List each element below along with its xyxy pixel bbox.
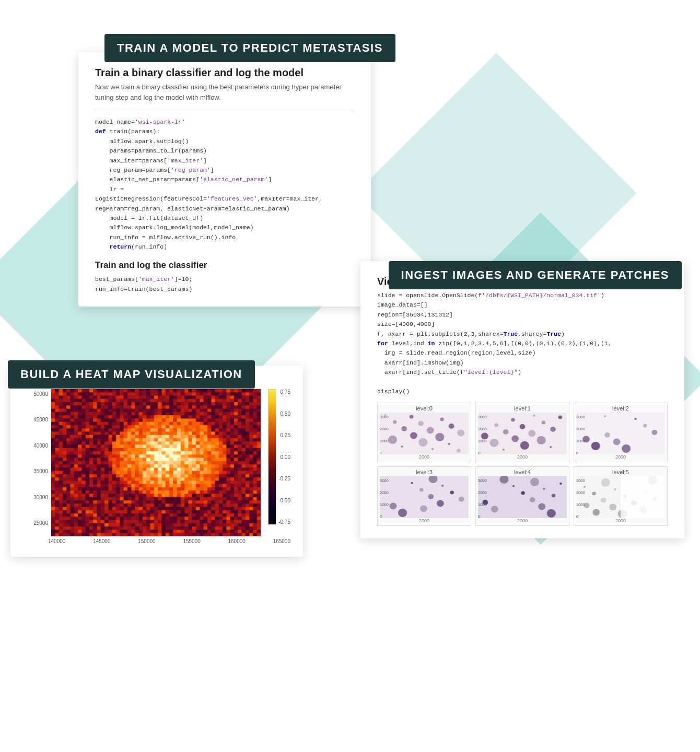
xaxis-label-5: 165000: [273, 538, 290, 544]
zoom-xaxis-1: 2000: [478, 454, 567, 460]
train-code2: best_params['max_iter']=10; run_info=tra…: [95, 275, 354, 294]
heatmap-container: 50000 45000 40000 35000 30000 25000 0.75…: [23, 389, 290, 536]
ingest-code: slide = openslide.OpenSlide(f'/dbfs/{WSI…: [377, 291, 668, 396]
colorbar-label-2: 0.25: [278, 432, 290, 438]
zoom-canvas-2: [576, 413, 665, 454]
yaxis-label-2: 40000: [33, 443, 48, 449]
colorbar-label-1: 0.50: [278, 411, 290, 417]
yaxis-label-4: 30000: [33, 495, 48, 500]
xaxis-label-2: 150000: [138, 538, 155, 544]
zoom-canvas-4: [478, 476, 567, 518]
zoom-label-4: level:4: [478, 469, 567, 475]
card-train: Train a binary classifier and log the mo…: [78, 52, 371, 307]
banner-ingest: INGEST IMAGES AND GENERATE PATCHES: [389, 261, 682, 289]
zoom-cell-3: level:3 2000: [377, 466, 471, 526]
zoom-cell-5: level:5 2000: [574, 466, 668, 526]
zoom-canvas-1: [478, 413, 567, 454]
zoom-xaxis-3: 2000: [380, 518, 469, 523]
colorbar-labels: 0.75 0.50 0.25 0.00 -0.25 -0.50 -0.75: [278, 389, 290, 525]
xaxis-label-3: 155000: [183, 538, 200, 544]
banner-train: TRAIN A MODEL TO PREDICT METASTASIS: [104, 34, 395, 62]
zoom-xaxis-0: 2000: [380, 454, 469, 460]
zoom-cell-0: level:0 2000: [377, 403, 471, 462]
colorbar-label-3: 0.00: [278, 454, 290, 460]
zoom-xaxis-2: 2000: [576, 454, 665, 460]
colorbar-label-0: 0.75: [278, 389, 290, 395]
colorbar: 0.75 0.50 0.25 0.00 -0.25 -0.50 -0.75: [268, 389, 290, 536]
zoom-cell-1: level:1 2000: [475, 403, 569, 462]
zoom-canvas-3: [380, 476, 469, 518]
train-section1-title: Train a binary classifier and log the mo…: [95, 67, 354, 79]
yaxis-label-0: 50000: [33, 391, 48, 397]
zoom-grid: level:0 2000 level:1 2000 level:2 2000 l…: [377, 403, 668, 526]
xaxis-label-0: 140000: [48, 538, 65, 544]
colorbar-label-4: -0.25: [278, 476, 290, 481]
yaxis-label-5: 25000: [33, 520, 48, 526]
train-code1: model_name='wsi-spark-lr' def train(para…: [95, 118, 354, 252]
zoom-xaxis-4: 2000: [478, 518, 567, 523]
yaxis-label-3: 35000: [33, 468, 48, 474]
zoom-label-2: level:2: [576, 405, 665, 412]
heatmap-canvas: [51, 389, 261, 536]
heatmap-yaxis: 50000 45000 40000 35000 30000 25000: [23, 389, 48, 536]
zoom-canvas-0: [380, 413, 469, 454]
zoom-label-3: level:3: [380, 469, 469, 475]
colorbar-rect: [268, 389, 276, 525]
zoom-label-0: level:0: [380, 405, 469, 412]
card-heatmap: Metastasis heat map 50000 45000 40000 35…: [10, 366, 303, 557]
zoom-canvas-5: [576, 476, 665, 518]
train-section1-subtitle: Now we train a binary classifier using t…: [95, 82, 354, 102]
heatmap-xaxis: 140000 145000 150000 155000 160000 16500…: [23, 538, 290, 544]
colorbar-label-6: -0.75: [278, 519, 290, 525]
banner-heatmap: BUILD A HEAT MAP VISUALIZATION: [8, 360, 255, 389]
train-section2-title: Train and log the classifier: [95, 260, 354, 271]
heatmap-canvas-area: [51, 389, 261, 536]
card-ingest: Viewing slides at different zoom levels …: [360, 261, 684, 538]
scene: TRAIN A MODEL TO PREDICT METASTASIS Trai…: [0, 0, 700, 752]
zoom-xaxis-5: 2000: [576, 518, 665, 523]
zoom-cell-2: level:2 2000: [574, 403, 668, 462]
divider1: [95, 110, 354, 110]
yaxis-label-1: 45000: [33, 417, 48, 422]
colorbar-label-5: -0.50: [278, 498, 290, 503]
zoom-label-5: level:5: [576, 469, 665, 475]
zoom-label-1: level:1: [478, 405, 567, 412]
xaxis-label-4: 160000: [228, 538, 246, 544]
xaxis-label-1: 145000: [93, 538, 110, 544]
zoom-cell-4: level:4 2000: [475, 466, 569, 526]
